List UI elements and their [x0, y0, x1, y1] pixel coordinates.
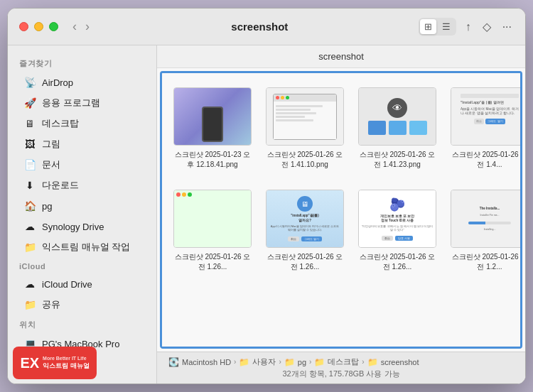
file-label: 스크린샷 2025-01-26 오전 1.41.10.png — [266, 150, 344, 170]
sidebar-item-documents[interactable]: 📄 문서 — [12, 155, 152, 175]
sidebar-item-extremenu[interactable]: 📁 익스트림 매뉴얼 작업 — [12, 237, 152, 257]
file-item[interactable]: 스크린샷 2025-01-26 오전 1.41.10.png — [263, 82, 347, 175]
extremenu-icon: 📁 — [23, 241, 36, 254]
breadcrumb-item: 📁 데스크탑 — [314, 356, 359, 367]
list-view-button[interactable]: ☰ — [438, 19, 455, 34]
grid-view-button[interactable]: ⊞ — [420, 19, 436, 34]
titlebar: ‹ › screenshot ⊞ ☰ ↑ ◇ ··· — [8, 9, 525, 45]
desktop-folder-icon: 📁 — [314, 357, 325, 367]
file-label: 스크린샷 2025-01-26 오전 1.26... — [358, 252, 436, 272]
breadcrumb-item: 💽 Macintosh HD — [168, 357, 231, 367]
synology-icon: ☁ — [23, 220, 36, 233]
traffic-lights — [19, 22, 58, 31]
eye-icon: 👁 — [387, 98, 407, 118]
file-label: 스크린샷 2025-01-26 오전 1.2... — [451, 252, 522, 272]
file-label: 스크린샷 2025-01-26 오전 1.26... — [173, 252, 252, 272]
file-label: 스크린샷 2025-01-26 오전 1.26... — [266, 252, 344, 272]
file-label: 스크린샷 2025-01-26 오전 1.41.23.png — [358, 150, 436, 170]
sidebar-item-label: 문서 — [42, 158, 60, 171]
tag-icon[interactable]: ◇ — [480, 18, 493, 36]
airdrop-icon: 📡 — [23, 76, 36, 89]
sidebar-item-label: 데스크탑 — [42, 117, 79, 130]
sidebar-item-label: Synology Drive — [42, 222, 104, 232]
documents-icon: 📄 — [23, 158, 36, 171]
file-thumbnail: The Installa... Installer Fie ma... Inst… — [451, 190, 522, 248]
icloud-drive-icon: ☁ — [23, 278, 36, 290]
sidebar-item-label: AirDrop — [42, 77, 73, 88]
sidebar: 즐겨찾기 📡 AirDrop 🚀 응용 프로그램 🖥 데스크탑 🖼 그림 — [8, 45, 157, 383]
content-area: 즐겨찾기 📡 AirDrop 🚀 응용 프로그램 🖥 데스크탑 🖼 그림 — [8, 45, 525, 383]
logo-bar: EX More Better IT Life 익스트림 매뉴얼 — [13, 347, 97, 379]
sidebar-item-icloud-drive[interactable]: ☁ iCloud Drive — [12, 274, 152, 294]
hd-icon: 💽 — [168, 357, 179, 367]
file-item[interactable]: 🫐 개인보호 보호 포 보안정보 Touch ID로 사용 "미인상아의 보호를… — [355, 184, 439, 278]
pg-icon: 🏠 — [23, 200, 36, 212]
back-button[interactable]: ‹ — [70, 18, 80, 36]
statusbar: 💽 Macintosh HD › 📁 사용자 › 📁 pg — [157, 352, 525, 383]
logo-line1: More Better IT Life — [43, 356, 90, 361]
breadcrumb-label: 사용자 — [252, 356, 276, 367]
file-item[interactable]: 스크린샷 2025-01-23 오후 12.18.41.png — [171, 82, 254, 175]
breadcrumb-item: 📁 pg — [284, 357, 306, 367]
sidebar-item-label: iCloud Drive — [42, 279, 92, 290]
pg-folder-icon: 📁 — [284, 357, 295, 367]
desktop-icon: 🖥 — [23, 117, 36, 130]
sidebar-item-label: 익스트림 매뉴얼 작업 — [42, 241, 130, 254]
file-thumbnail: 🖥 "install.app"을(를)열까요? App이 시동하여 Mac을 업… — [266, 190, 344, 248]
dialog-icon: 🖥 — [297, 196, 313, 212]
more-icon[interactable]: ··· — [500, 18, 514, 36]
share-icon[interactable]: ↑ — [463, 18, 473, 36]
sidebar-item-pg[interactable]: 🏠 pg — [12, 196, 152, 216]
phone-shape — [202, 107, 223, 142]
sidebar-item-pictures[interactable]: 🖼 그림 — [12, 134, 152, 154]
applications-icon: 🚀 — [23, 97, 36, 109]
nav-buttons: ‹ › — [70, 18, 92, 36]
sidebar-item-applications[interactable]: 🚀 응용 프로그램 — [12, 93, 152, 113]
icloud-label: iCloud — [8, 258, 156, 273]
maximize-button[interactable] — [49, 22, 58, 31]
file-thumbnail: 🫐 개인보호 보호 포 보안정보 Touch ID로 사용 "미인상아의 보호를… — [358, 190, 436, 248]
close-button[interactable] — [19, 22, 28, 31]
breadcrumb-label: pg — [298, 358, 306, 366]
sidebar-item-shared[interactable]: 📁 공유 — [12, 295, 152, 315]
file-item[interactable]: The Installa... Installer Fie ma... Inst… — [448, 184, 522, 278]
finder-window: ‹ › screenshot ⊞ ☰ ↑ ◇ ··· 즐겨찾기 📡 AirDr — [7, 8, 526, 384]
breadcrumb-item: 📁 screenshot — [367, 357, 419, 367]
logo-line2: 익스트림 매뉴얼 — [43, 362, 90, 370]
file-item[interactable]: 🖥 "install.app"을(를)열까요? App이 시동하여 Mac을 업… — [263, 184, 347, 278]
status-info: 32개의 항목, 175.78GB 사용 가능 — [168, 369, 514, 379]
breadcrumb-label: Macintosh HD — [182, 358, 231, 366]
locations-label: 위치 — [8, 315, 156, 333]
sidebar-item-label: 다운로드 — [42, 179, 79, 192]
breadcrumb-label: screenshot — [381, 358, 419, 366]
logo-ex-icon: EX — [20, 355, 39, 371]
file-item[interactable]: "Install.app"을 (를) 열려면 App을 시동하여 Mac을 업데… — [448, 82, 522, 175]
downloads-icon: ⬇ — [23, 179, 36, 192]
sidebar-item-airdrop[interactable]: 📡 AirDrop — [12, 72, 152, 92]
file-item[interactable]: 스크린샷 2025-01-26 오전 1.26... — [171, 184, 254, 278]
file-thumbnail — [266, 87, 344, 146]
favorites-label: 즐겨찾기 — [8, 54, 156, 72]
file-label: 스크린샷 2025-01-23 오후 12.18.41.png — [173, 150, 252, 170]
screenshot-folder-icon: 📁 — [367, 357, 378, 367]
sidebar-item-synology[interactable]: ☁ Synology Drive — [12, 217, 152, 236]
file-item[interactable]: 👁 스크린샷 2025-01-26 오전 1.41.23.png — [355, 82, 439, 175]
sidebar-item-downloads[interactable]: ⬇ 다운로드 — [12, 175, 152, 195]
sidebar-item-desktop[interactable]: 🖥 데스크탑 — [12, 114, 152, 134]
window-shape — [273, 94, 337, 140]
sidebar-item-label: 응용 프로그램 — [42, 97, 100, 109]
shared-icon: 📁 — [23, 298, 36, 311]
breadcrumb-label: 데스크탑 — [328, 356, 359, 367]
user-folder-icon: 📁 — [239, 357, 249, 367]
forward-button[interactable]: › — [82, 18, 92, 36]
minimize-button[interactable] — [34, 22, 43, 31]
sidebar-item-label: pg — [42, 201, 52, 212]
main-panel: screenshot 스크린샷 2025-01-23 오후 12.18.41.p… — [157, 45, 525, 383]
view-toggle: ⊞ ☰ — [419, 18, 456, 36]
file-label: 스크린샷 2025-01-26 오전 1.4... — [451, 150, 522, 170]
fingerprint-icon: 🫐 — [389, 197, 405, 212]
folder-header: screenshot — [157, 45, 525, 68]
titlebar-actions: ⊞ ☰ ↑ ◇ ··· — [419, 18, 514, 36]
breadcrumb: 💽 Macintosh HD › 📁 사용자 › 📁 pg — [168, 356, 514, 367]
titlebar-title: screenshot — [101, 21, 419, 33]
